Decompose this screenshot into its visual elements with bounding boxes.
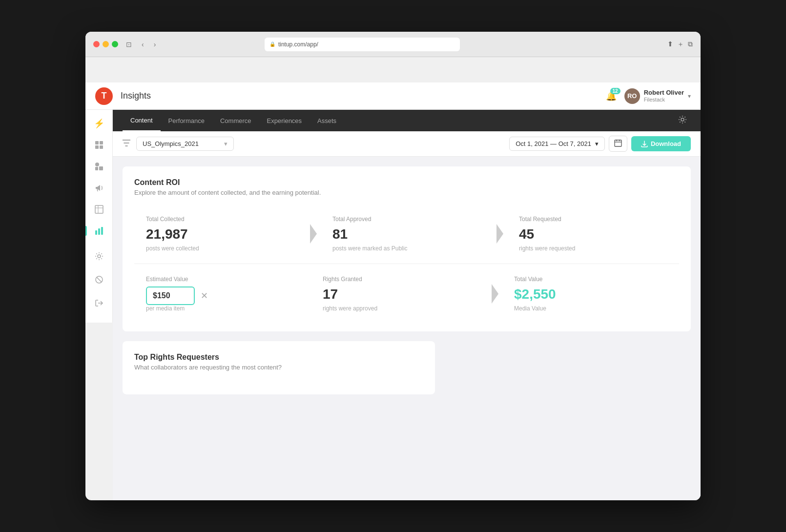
- stat-total-requested: Total Requested 45 rights were requested: [507, 208, 679, 260]
- top-rights-title: Top Rights Requesters: [134, 353, 423, 362]
- svg-rect-12: [101, 227, 103, 235]
- svg-rect-6: [95, 167, 98, 170]
- stat-total-requested-desc: rights were requested: [519, 245, 667, 252]
- stat-total-requested-label: Total Requested: [519, 216, 667, 223]
- sidebar-item-megaphone[interactable]: [89, 178, 109, 198]
- traffic-lights: [93, 41, 118, 47]
- user-dropdown-icon[interactable]: ▾: [688, 93, 691, 100]
- avatar: RO: [624, 88, 640, 104]
- back-icon[interactable]: ‹: [140, 39, 146, 50]
- new-tab-icon[interactable]: ＋: [677, 40, 684, 49]
- stat-total-approved-value: 81: [332, 226, 481, 242]
- lock-icon: 🔒: [269, 41, 275, 47]
- svg-rect-11: [98, 228, 100, 235]
- calendar-icon-button[interactable]: [609, 136, 627, 152]
- notification-bell[interactable]: 🔔 12: [606, 91, 617, 102]
- nav-settings-icon[interactable]: [674, 111, 691, 130]
- url-text: tintup.com/app/: [278, 41, 318, 48]
- stat-rights-granted-label: Rights Granted: [323, 276, 476, 283]
- download-button[interactable]: Download: [631, 136, 691, 151]
- stat-rights-granted-value: 17: [323, 286, 476, 302]
- sidebar-item-table[interactable]: [89, 200, 109, 219]
- svg-point-13: [98, 255, 101, 258]
- nav-item-content[interactable]: Content: [123, 110, 161, 131]
- stat-total-collected-value: 21,987: [146, 226, 294, 242]
- stat-total-collected: Total Collected 21,987 posts were collec…: [134, 208, 306, 260]
- minimize-button[interactable]: [103, 41, 109, 47]
- sidebar-toggle-icon[interactable]: ⊡: [124, 39, 134, 50]
- svg-rect-5: [99, 166, 103, 170]
- sidebar-item-shapes[interactable]: [89, 157, 109, 176]
- close-button[interactable]: [93, 41, 100, 47]
- stat-total-value: Total Value $2,550 Media Value: [502, 268, 679, 320]
- filter-dropdown-icon: ▾: [224, 140, 228, 147]
- estimated-value-field[interactable]: [146, 286, 195, 305]
- stat-total-approved-label: Total Approved: [332, 216, 481, 223]
- stat-divider-2: [493, 208, 507, 260]
- svg-point-16: [681, 118, 684, 121]
- filter-bar: US_Olympics_2021 ▾ Oct 1, 2021 — Oct 7, …: [113, 131, 701, 157]
- nav-item-performance[interactable]: Performance: [161, 110, 212, 131]
- notification-count: 12: [610, 88, 621, 94]
- browser-chrome: ⊡ ‹ › 🔒 tintup.com/app/ ⬆ ＋ ⧉: [85, 32, 701, 57]
- stat-divider-4: [488, 268, 502, 320]
- page-wrapper: T Insights 🔔 12 RO Robert Oliver Filesta…: [85, 57, 701, 500]
- forward-icon[interactable]: ›: [152, 39, 158, 50]
- svg-line-15: [96, 277, 101, 282]
- stat-total-approved: Total Approved 81 posts were marked as P…: [321, 208, 493, 260]
- multiply-icon: ✕: [201, 290, 208, 301]
- filter-icon: [123, 140, 130, 148]
- stats-grid-top: Total Collected 21,987 posts were collec…: [134, 208, 679, 260]
- stats-grid-bottom: Estimated Value ✕ per media item Rights …: [134, 268, 679, 320]
- date-range-selector[interactable]: Oct 1, 2021 — Oct 7, 2021 ▾: [509, 137, 605, 151]
- top-rights-subtitle: What collaborators are requesting the mo…: [134, 364, 423, 371]
- maximize-button[interactable]: [112, 41, 118, 47]
- svg-rect-10: [95, 230, 97, 235]
- stat-total-approved-desc: posts were marked as Public: [332, 245, 481, 252]
- campaign-filter-value: US_Olympics_2021: [143, 140, 199, 147]
- app-title: Insights: [121, 91, 151, 101]
- nav-item-assets[interactable]: Assets: [310, 110, 344, 131]
- stat-rights-granted: Rights Granted 17 rights were approved: [311, 268, 488, 320]
- header-right: 🔔 12 RO Robert Oliver Filestack ▾: [606, 88, 691, 104]
- estimated-value-input-group: ✕: [146, 286, 299, 305]
- stat-estimated-value-label: Estimated Value: [146, 276, 299, 283]
- filter-right: Oct 1, 2021 — Oct 7, 2021 ▾: [509, 136, 691, 152]
- windows-icon[interactable]: ⧉: [688, 40, 693, 49]
- sidebar-item-barchart[interactable]: [89, 221, 109, 241]
- svg-rect-17: [615, 140, 621, 146]
- sidebar-item-logout[interactable]: [89, 293, 109, 313]
- sidebar-item-block[interactable]: [89, 270, 109, 289]
- sidebar-item-settings[interactable]: [89, 246, 109, 266]
- share-icon[interactable]: ⬆: [667, 40, 673, 49]
- svg-rect-1: [100, 141, 103, 144]
- stat-total-value-label: Total Value: [514, 276, 667, 283]
- user-profile[interactable]: RO Robert Oliver Filestack ▾: [624, 88, 691, 104]
- top-rights-card: Top Rights Requesters What collaborators…: [123, 341, 435, 394]
- stat-estimated-value: Estimated Value ✕ per media item: [134, 268, 311, 320]
- logo-mark: T: [95, 87, 113, 105]
- nav-item-experiences[interactable]: Experiences: [259, 110, 310, 131]
- sidebar-item-lightning[interactable]: ⚡: [89, 114, 109, 133]
- stat-estimated-value-desc: per media item: [146, 305, 299, 312]
- svg-rect-0: [95, 141, 99, 144]
- user-org: Filestack: [644, 97, 684, 103]
- svg-rect-7: [95, 205, 103, 213]
- svg-rect-2: [95, 145, 99, 149]
- top-header: T Insights 🔔 12 RO Robert Oliver Filesta…: [85, 82, 701, 110]
- stat-total-collected-label: Total Collected: [146, 216, 294, 223]
- content-roi-card: Content ROI Explore the amount of conten…: [123, 166, 691, 331]
- content-roi-title: Content ROI: [134, 178, 679, 187]
- scrollable-content: Content ROI Explore the amount of conten…: [113, 157, 701, 500]
- stat-total-value-value: $2,550: [514, 286, 667, 302]
- user-info: Robert Oliver Filestack: [644, 89, 684, 103]
- svg-rect-3: [100, 145, 103, 149]
- svg-point-4: [95, 163, 99, 166]
- address-bar[interactable]: 🔒 tintup.com/app/: [265, 38, 460, 51]
- user-name: Robert Oliver: [644, 89, 684, 97]
- stat-total-collected-desc: posts were collected: [146, 245, 294, 252]
- date-range-text: Oct 1, 2021 — Oct 7, 2021: [516, 140, 591, 147]
- sidebar-item-grid[interactable]: [89, 135, 109, 155]
- campaign-filter-select[interactable]: US_Olympics_2021 ▾: [136, 137, 234, 151]
- nav-item-commerce[interactable]: Commerce: [212, 110, 259, 131]
